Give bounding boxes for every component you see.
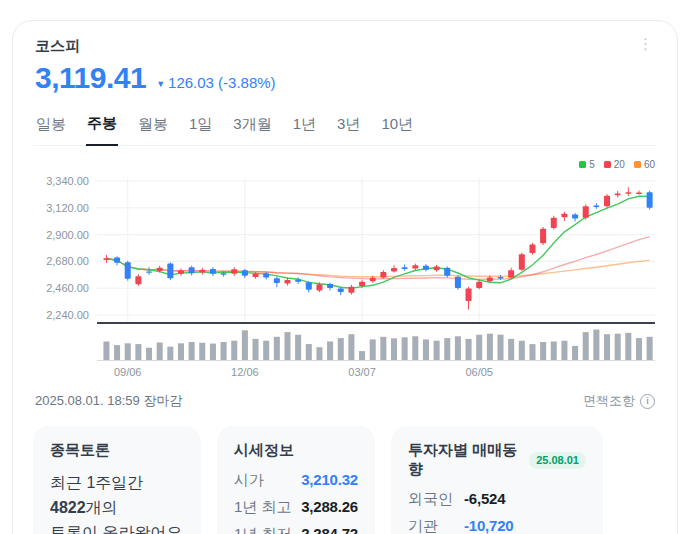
- x-axis-tick: 06/05: [465, 366, 493, 378]
- discussion-card-body: 최근 1주일간 4822개의 토론이 올라왔어요: [50, 470, 184, 534]
- y-axis-tick: 2,900.00: [46, 229, 89, 241]
- price-plot[interactable]: [97, 174, 655, 322]
- volume-bar: [497, 335, 503, 360]
- chart-footer: 2025.08.01. 18:59 장마감 면책조항 i: [33, 392, 657, 410]
- investor-value: -10,720: [464, 515, 513, 534]
- quote-label: 1년 최저: [234, 523, 292, 534]
- more-menu-icon[interactable]: ⋮: [634, 37, 657, 51]
- volume-bar: [412, 336, 418, 360]
- candle-body: [625, 192, 631, 194]
- discussion-count-suffix: 개의: [86, 499, 118, 516]
- candle-body: [125, 262, 131, 278]
- investor-label: 외국인: [408, 488, 464, 509]
- legend-swatch-icon: [604, 161, 611, 168]
- discussion-line1: 최근 1주일간: [50, 474, 143, 491]
- candle-body: [636, 193, 642, 194]
- volume-bar: [625, 333, 631, 360]
- candle-body: [466, 288, 472, 301]
- candle-body: [167, 264, 173, 279]
- x-axis-tick: 03/07: [348, 366, 376, 378]
- candle-body: [604, 196, 610, 206]
- kospi-widget-card: 코스피 ⋮ 3,119.41 ▼ 126.03 (-3.88%) 일봉주봉월봉1…: [12, 20, 678, 534]
- y-axis-tick: 3,340.00: [46, 175, 89, 187]
- candle-body: [391, 268, 397, 271]
- down-triangle-icon: ▼: [156, 79, 165, 89]
- price-change: ▼ 126.03 (-3.88%): [156, 74, 276, 91]
- candle-body: [455, 277, 461, 288]
- volume-bar: [135, 344, 141, 360]
- candle-body: [551, 218, 557, 228]
- investor-trend-card[interactable]: 투자자별 매매동향 25.08.01 외국인-6,524기관-10,720개인+…: [391, 426, 603, 534]
- volume-bar: [466, 339, 472, 360]
- legend-label: 60: [644, 159, 655, 170]
- volume-bar: [295, 335, 301, 360]
- volume-bar: [359, 351, 365, 360]
- volume-bar: [455, 336, 461, 360]
- investor-row: 외국인-6,524: [408, 488, 586, 509]
- period-tabs: 일봉주봉월봉1일3개월1년3년10년: [33, 110, 657, 146]
- volume-bar: [125, 343, 131, 360]
- quote-info-card[interactable]: 시세정보 시가3,210.321년 최고3,288.261년 최저2,284.7…: [217, 426, 375, 534]
- candle-body: [306, 282, 312, 289]
- candle-body: [221, 273, 227, 274]
- tab-3months[interactable]: 3개월: [232, 110, 272, 145]
- volume-bar: [189, 342, 195, 360]
- quote-row: 1년 최저2,284.72: [234, 523, 358, 534]
- candle-body: [114, 258, 120, 263]
- volume-bar: [593, 330, 599, 360]
- current-price: 3,119.41: [35, 61, 146, 95]
- price-change-text: 126.03 (-3.88%): [168, 74, 276, 91]
- price-row: 3,119.41 ▼ 126.03 (-3.88%): [33, 61, 657, 95]
- candle-body: [157, 268, 163, 271]
- quote-value: 3,210.32: [301, 469, 358, 490]
- legend-swatch-icon: [634, 161, 641, 168]
- candle-body: [423, 266, 429, 270]
- candle-body: [529, 245, 535, 254]
- volume-bar: [263, 341, 269, 360]
- info-icon: i: [640, 394, 655, 409]
- legend-label: 5: [589, 159, 595, 170]
- candle-body: [434, 267, 440, 271]
- tab-1day[interactable]: 1일: [188, 110, 213, 145]
- volume-bar: [636, 338, 642, 360]
- volume-bar: [508, 339, 514, 360]
- tab-weekly[interactable]: 주봉: [86, 110, 118, 146]
- volume-bar: [221, 342, 227, 360]
- candle-body: [316, 284, 322, 290]
- candle-body: [359, 282, 365, 286]
- tab-3years[interactable]: 3년: [336, 110, 361, 145]
- tab-monthly[interactable]: 월봉: [137, 110, 169, 145]
- volume-bar: [551, 341, 557, 360]
- candle-body: [647, 192, 653, 208]
- volume-svg: [97, 324, 655, 360]
- candle-body: [103, 258, 109, 260]
- candle-body: [348, 287, 354, 293]
- volume-bar: [348, 334, 354, 360]
- tab-10years[interactable]: 10년: [380, 110, 414, 145]
- candle-body: [295, 279, 301, 281]
- candle-body: [189, 267, 195, 273]
- candle-body: [476, 282, 482, 288]
- volume-bar: [370, 339, 376, 360]
- volume-bar: [167, 347, 173, 360]
- discussion-card[interactable]: 종목토론 최근 1주일간 4822개의 토론이 올라왔어요: [33, 426, 201, 534]
- disclaimer-link[interactable]: 면책조항 i: [583, 392, 655, 410]
- candle-body: [284, 280, 290, 284]
- date-badge: 25.08.01: [529, 452, 586, 469]
- y-axis-tick: 2,240.00: [46, 309, 89, 321]
- volume-bar: [402, 337, 408, 360]
- legend-swatch-icon: [579, 161, 586, 168]
- quote-rows: 시가3,210.321년 최고3,288.261년 최저2,284.72: [234, 469, 358, 534]
- investor-title-row: 투자자별 매매동향 25.08.01: [408, 441, 586, 479]
- x-axis-labels: 09/0612/0603/0706/05: [97, 365, 655, 380]
- volume-bar: [476, 335, 482, 360]
- volume-bar: [284, 332, 290, 360]
- candle-body: [572, 215, 578, 219]
- tab-daily[interactable]: 일봉: [35, 110, 67, 145]
- candle-body: [199, 270, 205, 273]
- tab-1year[interactable]: 1년: [292, 110, 317, 145]
- volume-bar: [338, 338, 344, 360]
- chart-area: 3,340.003,120.002,900.002,680.002,460.00…: [33, 174, 657, 322]
- quote-row: 시가3,210.32: [234, 469, 358, 490]
- quote-label: 시가: [234, 469, 264, 490]
